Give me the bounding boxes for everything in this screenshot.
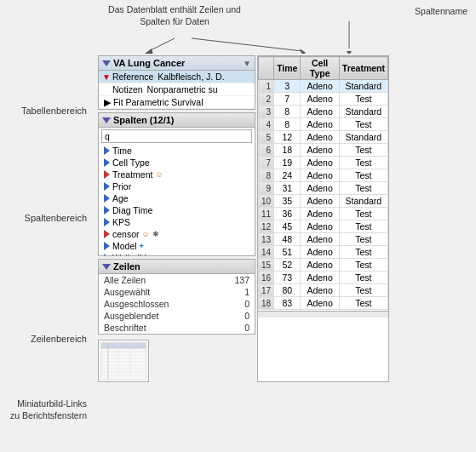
row-treatment: Test [339,208,387,220]
table-row[interactable]: 1245AdenoTest [259,220,388,233]
table-row[interactable]: 13AdenoStandard [259,80,388,93]
row-num: 5 [259,131,274,144]
spalten-item-kps[interactable]: KPS [99,216,255,228]
spalten-item-censor[interactable]: censor ☺ ✱ [99,228,255,240]
spalten-search[interactable] [101,129,252,143]
va-row-fit[interactable]: ▶ Fit Parametric Survival [99,96,255,109]
table-row[interactable]: 618AdenoTest [259,144,388,157]
miniatur-svg [101,343,146,379]
spalten-item-treatment[interactable]: Treatment ☺ [99,169,255,180]
table-row[interactable]: 512AdenoStandard [259,131,388,144]
col-header-treatment[interactable]: Treatment [339,57,387,80]
row-num: 10 [259,195,274,208]
table-row[interactable]: 719AdenoTest [259,157,388,169]
left-panel: VA Lung Cancer ▼ ▼ Reference Kalbfleisch… [98,55,255,382]
col-header-celltype[interactable]: Cell Type [301,57,339,80]
row-num: 17 [259,284,274,297]
spalten-item-model[interactable]: Model + [99,240,255,252]
va-reference-label: Reference [112,72,153,82]
table-row[interactable]: 1780AdenoTest [259,284,388,297]
miniatur-inner [100,342,146,380]
table-row[interactable]: 1883AdenoTest [259,297,388,310]
row-num: 9 [259,182,274,195]
data-table: Time Cell Type Treatment 13AdenoStandard… [258,56,388,310]
row-treatment: Test [339,169,387,182]
celltype-type-icon [104,158,110,167]
row-time: 83 [274,297,301,310]
row-treatment: Test [339,297,387,310]
row-num: 18 [259,297,274,310]
row-num: 12 [259,220,274,233]
zeilen-section: Zeilen Alle Zeilen 137 Ausgewählt 1 Ausg… [98,259,255,335]
label-tabellenbereich: Tabellenbereich [0,85,94,136]
row-num: 3 [259,106,274,118]
row-celltype: Adeno [301,297,339,310]
table-row[interactable]: 1552AdenoTest [259,259,388,272]
spalten-section: Spalten (12/1) Time Cell Type [98,112,255,256]
table-row[interactable]: 1035AdenoStandard [259,195,388,208]
spalten-collapse-icon[interactable] [102,117,111,123]
va-section: VA Lung Cancer ▼ ▼ Reference Kalbfleisch… [98,55,255,110]
spalten-item-label: censor [112,229,140,239]
row-celltype: Adeno [301,144,339,157]
table-row[interactable]: 1451AdenoTest [259,246,388,259]
va-row-notizen[interactable]: Notizen Nonparametric su [99,83,255,96]
va-collapse-icon[interactable] [102,60,111,66]
row-treatment: Test [339,182,387,195]
model-type-icon [104,242,110,250]
row-treatment: Test [339,93,387,106]
row-treatment: Test [339,259,387,272]
age-type-icon [104,194,110,203]
model-plus-icon: + [140,242,144,250]
table-row[interactable]: 38AdenoStandard [259,106,388,118]
zeilen-title: Zeilen [113,261,141,272]
spalten-item-time[interactable]: Time [99,145,255,157]
row-celltype: Adeno [301,118,339,131]
va-header[interactable]: VA Lung Cancer ▼ [99,56,255,71]
spalten-item-weibull[interactable]: Weibull loss + [99,252,255,255]
col-header-time[interactable]: Time [274,57,301,80]
spalten-item-celltype[interactable]: Cell Type [99,157,255,169]
spalten-item-prior[interactable]: Prior [99,180,255,192]
zeilen-row-ausgeblendet: Ausgeblendet 0 [99,310,255,322]
spalten-item-age[interactable]: Age [99,192,255,204]
censor-badge-icon: ☺ [142,230,150,238]
time-type-icon [104,146,110,155]
row-num: 7 [259,157,274,169]
va-fit-label: ▶ Fit Parametric Survival [104,97,204,107]
treatment-type-icon [104,170,110,179]
table-row[interactable]: 824AdenoTest [259,169,388,182]
va-selected-arrow: ▼ [102,72,111,82]
row-time: 52 [274,259,301,272]
miniatur-thumbnail[interactable] [98,340,149,382]
horizontal-scrollbar[interactable] [258,311,388,318]
zeilen-row-ausgewaehlt: Ausgewählt 1 [99,286,255,298]
zeilen-collapse-icon[interactable] [102,264,111,270]
row-celltype: Adeno [301,131,339,144]
spalten-item-label: Weibull loss [112,253,160,255]
row-treatment: Test [339,220,387,233]
spalten-header[interactable]: Spalten (12/1) [99,113,255,128]
row-treatment: Test [339,246,387,259]
col-header-num [259,57,274,80]
va-filter-icon[interactable]: ▼ [243,59,251,68]
row-treatment: Test [339,157,387,169]
main-container: Tabellenbereich Spaltenbereich Zeilenber… [0,0,476,452]
table-row[interactable]: 1348AdenoTest [259,233,388,246]
row-celltype: Adeno [301,208,339,220]
ausgeschlossen-value: 0 [244,299,249,309]
ausgeschlossen-label: Ausgeschlossen [104,299,169,309]
spalten-item-label: Time [112,146,132,156]
table-row[interactable]: 1673AdenoTest [259,272,388,284]
va-row-reference[interactable]: ▼ Reference Kalbfleisch, J. D. [99,71,255,83]
spalten-item-label: Age [112,193,129,203]
table-row[interactable]: 27AdenoTest [259,93,388,106]
table-row[interactable]: 931AdenoTest [259,182,388,195]
table-row[interactable]: 1136AdenoTest [259,208,388,220]
row-treatment: Standard [339,80,387,93]
zeilen-header[interactable]: Zeilen [99,260,255,274]
spalten-item-diagtime[interactable]: Diag Time [99,204,255,216]
table-row[interactable]: 48AdenoTest [259,118,388,131]
row-celltype: Adeno [301,272,339,284]
diagtime-type-icon [104,206,110,215]
